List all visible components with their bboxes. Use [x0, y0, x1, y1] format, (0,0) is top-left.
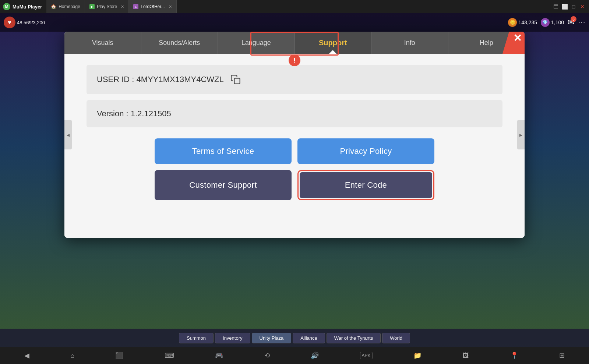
- screenshot-button[interactable]: ⬛: [115, 351, 123, 360]
- apk-button[interactable]: APK: [360, 352, 373, 359]
- version-row: Version : 1.2.121505: [87, 100, 502, 127]
- emulator-bottom-bar: ◀ ⌂ ⬛ ⌨ 🎮 ⟲ 🔊 APK 📁 🖼 📍 ⊞: [0, 347, 589, 364]
- back-button[interactable]: ◀: [24, 351, 29, 360]
- app-logo: M MuMu Player: [3, 3, 46, 10]
- minimize-icon[interactable]: 🗖: [552, 3, 560, 10]
- tab-support-label: Support: [319, 39, 347, 47]
- svg-rect-0: [234, 78, 240, 84]
- enter-code-highlight: Enter Code: [297, 170, 434, 200]
- maximize-icon[interactable]: □: [570, 3, 577, 10]
- tab-info-label: Info: [404, 39, 415, 47]
- playstore-favicon: ▶: [89, 4, 95, 9]
- settings-content: ◂ ▸ USER ID : 4MYY1MX13MY4CWZL Version :…: [64, 54, 525, 238]
- home-icon: 🏠: [51, 4, 56, 9]
- tab-homepage[interactable]: 🏠 Homepage: [46, 0, 85, 13]
- volume-button[interactable]: 🔊: [311, 351, 319, 360]
- close-icon: ✕: [513, 33, 522, 43]
- warning-badge: !: [289, 54, 300, 66]
- action-buttons: Terms of Service Privacy Policy Customer…: [155, 138, 434, 200]
- scroll-left[interactable]: ◂: [64, 120, 72, 149]
- user-id-row: USER ID : 4MYY1MX13MY4CWZL: [87, 65, 502, 94]
- tab-visuals-label: Visuals: [92, 39, 113, 47]
- folder-button[interactable]: 📁: [413, 351, 422, 360]
- scroll-right[interactable]: ▸: [517, 120, 525, 149]
- tab-lordofher-close[interactable]: ✕: [169, 4, 172, 9]
- modal-overlay: ✕ Visuals Sounds/Alerts Language Support…: [0, 13, 589, 347]
- tab-sounds-label: Sounds/Alerts: [159, 39, 200, 47]
- image-button[interactable]: 🖼: [462, 352, 469, 360]
- rotate-button[interactable]: ⟲: [264, 351, 270, 360]
- tab-language-label: Language: [241, 39, 271, 47]
- user-id-label: USER ID : 4MYY1MX13MY4CWZL: [97, 75, 224, 84]
- tab-support[interactable]: Support: [295, 32, 372, 54]
- keyboard-button[interactable]: ⌨: [165, 351, 174, 360]
- version-label: Version : 1.2.121505: [97, 109, 171, 119]
- tab-playstore-label: Play Store: [97, 4, 117, 9]
- tab-language[interactable]: Language: [218, 32, 295, 54]
- terms-of-service-button[interactable]: Terms of Service: [155, 138, 292, 164]
- tab-help-label: Help: [480, 39, 493, 47]
- restore-icon[interactable]: ⬜: [561, 3, 568, 10]
- settings-dialog: ✕ Visuals Sounds/Alerts Language Support…: [64, 32, 525, 238]
- settings-tabs: Visuals Sounds/Alerts Language Support I…: [64, 32, 525, 54]
- location-button[interactable]: 📍: [510, 351, 518, 360]
- tab-info[interactable]: Info: [371, 32, 448, 54]
- window-controls: 🗖 ⬜ □ ✕: [552, 3, 586, 10]
- tab-visuals[interactable]: Visuals: [64, 32, 141, 54]
- tab-sounds[interactable]: Sounds/Alerts: [141, 32, 218, 54]
- lordofher-favicon: L: [133, 4, 138, 9]
- app-name: MuMu Player: [13, 4, 42, 10]
- enter-code-button[interactable]: Enter Code: [300, 172, 432, 198]
- customer-support-button[interactable]: Customer Support: [155, 170, 292, 200]
- tab-lordofher-label: LordOfHer...: [141, 4, 165, 9]
- gamepad-button[interactable]: 🎮: [215, 351, 223, 360]
- tab-homepage-label: Homepage: [59, 4, 80, 9]
- tab-playstore[interactable]: ▶ Play Store ✕: [85, 0, 129, 13]
- home-button[interactable]: ⌂: [70, 352, 74, 360]
- title-bar: M MuMu Player 🏠 Homepage ▶ Play Store ✕ …: [0, 0, 589, 13]
- grid-button[interactable]: ⊞: [559, 351, 565, 360]
- tab-lordofher[interactable]: L LordOfHer... ✕: [129, 0, 176, 13]
- app-logo-icon: M: [3, 3, 10, 10]
- close-window-icon[interactable]: ✕: [579, 3, 586, 10]
- copy-userid-button[interactable]: [230, 74, 241, 85]
- privacy-policy-button[interactable]: Privacy Policy: [297, 138, 434, 164]
- tab-playstore-close[interactable]: ✕: [121, 4, 124, 9]
